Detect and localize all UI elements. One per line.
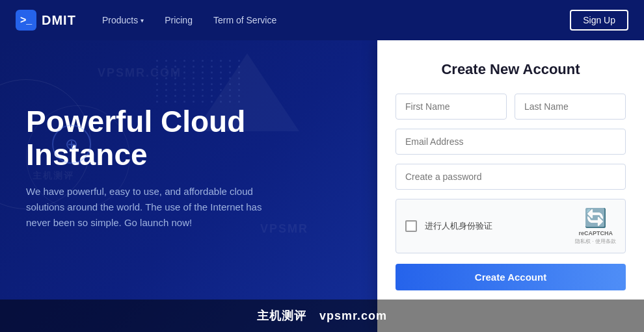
form-title: Create New Account	[396, 61, 626, 78]
chevron-down-icon: ▾	[141, 17, 144, 24]
navbar: >_ DMIT Products ▾ Pricing Term of Servi…	[0, 0, 644, 40]
email-input[interactable]	[396, 129, 626, 155]
signup-button[interactable]: Sign Up	[570, 10, 628, 31]
nav-link-pricing[interactable]: Pricing	[165, 15, 193, 25]
recaptcha-links: 隐私权 · 使用条款	[575, 238, 616, 245]
first-name-input[interactable]	[396, 94, 507, 120]
recaptcha-left: 进行人机身份验证	[405, 220, 492, 232]
hero-section: // Will be rendered inline ⊕ ⊕ VPSMR.COM…	[0, 40, 644, 332]
watermark-main-text: 主机测评	[257, 308, 306, 324]
form-name-row	[396, 94, 626, 120]
brand-icon: >_	[16, 10, 36, 31]
password-input[interactable]	[396, 164, 626, 190]
brand-name: DMIT	[42, 13, 76, 28]
nav-link-terms[interactable]: Term of Service	[213, 15, 276, 25]
bottom-watermark: 主机测评 vpsmr.com	[0, 300, 644, 332]
bg-dots: // Will be rendered inline	[156, 60, 243, 103]
watermark-url-text: vpsmr.com	[319, 309, 387, 323]
bg-icon-left: ⊕	[52, 125, 91, 164]
submit-button[interactable]: Create Account	[396, 264, 626, 290]
brand[interactable]: >_ DMIT	[16, 10, 76, 31]
form-card: Create New Account 进行人机身份验证 🔄 reCAPTCHA …	[377, 40, 644, 332]
last-name-input[interactable]	[515, 94, 626, 120]
navbar-actions: Sign Up	[570, 10, 628, 31]
recaptcha-widget[interactable]: 进行人机身份验证 🔄 reCAPTCHA 隐私权 · 使用条款	[396, 199, 626, 253]
nav-links: Products ▾ Pricing Term of Service	[102, 15, 570, 25]
nav-link-products[interactable]: Products ▾	[102, 15, 144, 25]
recaptcha-brand: reCAPTCHA	[578, 230, 613, 236]
recaptcha-right: 🔄 reCAPTCHA 隐私权 · 使用条款	[575, 207, 616, 245]
recaptcha-label: 进行人机身份验证	[425, 220, 492, 232]
recaptcha-icon: 🔄	[584, 207, 607, 229]
recaptcha-checkbox[interactable]	[405, 220, 417, 232]
